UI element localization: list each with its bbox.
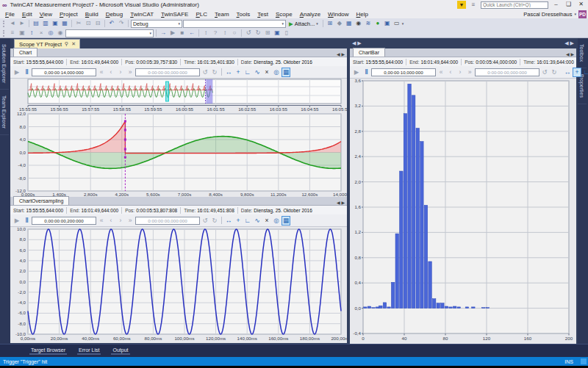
platform-combo[interactable]: ▾ [183, 20, 286, 28]
menu-item-test[interactable]: Test [254, 11, 272, 18]
avatar[interactable]: PD [578, 10, 587, 18]
menu-item-help[interactable]: Help [353, 11, 372, 18]
undo-zoom-icon[interactable]: ↺ [244, 29, 253, 37]
solution-explorer-icon[interactable]: ⊞ [326, 19, 334, 28]
bar-plot[interactable]: 3,63,22,82,42,01,61,20,80,40,0-0,4040801… [350, 79, 573, 342]
step-back-button[interactable]: ‹ [446, 68, 455, 77]
scope-list-icon[interactable]: ≡ [8, 29, 17, 37]
play-button[interactable]: ▶ [12, 68, 21, 77]
go-first-button[interactable]: « [97, 216, 106, 226]
pan-button[interactable]: ↔ [224, 68, 233, 77]
step-back-button[interactable]: ‹ [107, 216, 115, 226]
attach-button[interactable]: ▶Attach...▾ [287, 21, 320, 27]
zoom-chart-button[interactable]: ◎ [272, 216, 281, 226]
undo-view-button[interactable]: ↺ [201, 216, 209, 226]
overview-toggle-button[interactable]: ▦ [282, 216, 290, 226]
bottom-tab-target-browser[interactable]: Target Browser [29, 347, 67, 355]
image-icon[interactable]: ▣ [273, 29, 282, 37]
wave-config-icon[interactable]: ≋ [364, 19, 373, 28]
minimize-button[interactable]: – [551, 1, 561, 9]
undo-view-button[interactable]: ↺ [201, 68, 209, 77]
axis-scale-button[interactable]: ∟ [243, 68, 252, 77]
view-width-input[interactable] [371, 68, 436, 76]
pan-button[interactable]: ↔ [224, 216, 233, 226]
user-menu-chevron-icon[interactable]: ▾ [574, 12, 576, 16]
record-icon[interactable]: ◉ [354, 19, 363, 28]
save-all-icon[interactable]: ▦ [60, 19, 69, 28]
menu-item-plc[interactable]: PLC [192, 11, 211, 18]
play-button[interactable]: ▶ [12, 216, 21, 226]
go-first-button[interactable]: « [97, 68, 106, 77]
notification-filter-icon[interactable]: ▼ [457, 1, 466, 9]
start-record-icon[interactable]: ▶ [168, 29, 177, 37]
pane-scroll-arrows-icon[interactable]: ◀ ▶ [337, 200, 347, 205]
menu-item-edit[interactable]: Edit [18, 11, 36, 18]
pause-button[interactable]: ‖ [22, 68, 31, 77]
redo-view-button[interactable]: ↻ [210, 216, 219, 226]
tab-chartoversampling[interactable]: ChartOversampling [13, 196, 69, 205]
save-icon[interactable]: ▣ [51, 19, 60, 28]
sidebar-tab-solution-explorer[interactable]: Solution Explorer [0, 38, 9, 90]
goto-end-icon[interactable]: → [159, 29, 168, 37]
user-name[interactable]: Pascal Dresselhaus [523, 11, 572, 18]
chevron-down-icon[interactable]: ▾ [402, 21, 404, 26]
restore-button[interactable]: ❏ [564, 1, 573, 9]
go-last-button[interactable]: » [465, 68, 474, 77]
menu-item-twinsafe[interactable]: TwinSAFE [157, 11, 192, 18]
view-width-input[interactable] [32, 217, 96, 225]
paste-icon[interactable]: ⊟ [93, 19, 102, 28]
wave-fit-button[interactable]: ∿ [253, 216, 262, 226]
menu-item-file[interactable]: File [1, 11, 18, 18]
menu-item-build[interactable]: Build [82, 11, 102, 18]
close-tab-icon[interactable]: ✕ [71, 41, 76, 47]
go-first-button[interactable]: « [437, 68, 445, 77]
pane-scroll-arrows-icon[interactable]: ◀ ▶ [566, 51, 576, 57]
axis-scale-button[interactable]: ∟ [582, 68, 588, 77]
feedback-icon[interactable]: ≡ [469, 1, 478, 9]
quick-launch-input[interactable] [481, 1, 548, 9]
view-offset-input[interactable] [475, 68, 539, 76]
new-project-icon[interactable]: ▤ [32, 19, 40, 28]
pane-scroll-arrows-icon[interactable]: ◀ ▶ [564, 40, 574, 46]
chart-overview-plot[interactable]: 15:55:5515:56:5515:57:5515:58:5515:59:55… [10, 79, 347, 112]
pin-icon[interactable]: ⚲ [65, 41, 68, 47]
go-last-button[interactable]: » [126, 68, 135, 77]
step-back-button[interactable]: ‹ [107, 68, 115, 77]
menu-item-analyze[interactable]: Analyze [296, 11, 324, 18]
back-icon[interactable]: ◄ [8, 19, 17, 28]
step-forward-button[interactable]: › [116, 216, 125, 226]
view-mode-icon[interactable]: ▭ [392, 19, 401, 28]
menu-item-project[interactable]: Project [56, 11, 82, 18]
tab-chartbar[interactable]: ChartBar [353, 48, 385, 57]
scope-record-icon[interactable]: ◉ [56, 29, 65, 37]
bottom-tab-output[interactable]: Output [111, 347, 129, 355]
view-offset-input[interactable] [135, 217, 200, 225]
scope-zoom-icon[interactable]: ◎ [46, 29, 55, 37]
menu-item-scope[interactable]: Scope [272, 11, 296, 18]
sidebar-tab-toolbox[interactable]: Toolbox [578, 38, 587, 68]
menu-item-team[interactable]: Team [211, 11, 233, 18]
pause-button[interactable]: ‖ [22, 216, 31, 226]
undo-icon[interactable]: ↶ [107, 19, 116, 28]
view-offset-input[interactable] [135, 68, 200, 76]
tab-chart[interactable]: Chart [13, 48, 37, 57]
properties-icon[interactable]: ◆ [335, 19, 344, 28]
oversampling-plot[interactable]: 10,08,06,04,02,00,0-2,0-4,0-6,0-8,0-10,0… [10, 227, 347, 343]
pause-button[interactable]: ‖ [362, 68, 370, 77]
layout-icon[interactable]: ▣ [383, 19, 392, 28]
copy-icon[interactable]: ⊡ [84, 19, 93, 28]
debug-configuration-combo[interactable]: Debug▾ [131, 20, 182, 28]
menu-item-tools[interactable]: Tools [233, 11, 254, 18]
toolbox-icon[interactable]: ▦ [345, 19, 354, 28]
scope-window-icon[interactable]: ▣ [18, 29, 26, 37]
close-button[interactable]: ✕ [576, 1, 586, 9]
step-forward-button[interactable]: › [116, 68, 125, 77]
axis-scale-button[interactable]: ∟ [243, 216, 252, 226]
forward-icon[interactable]: ► [18, 19, 26, 28]
cursor-button[interactable]: + [573, 68, 581, 77]
stop-record-icon[interactable]: ■ [178, 29, 187, 37]
bottom-tab-error-list[interactable]: Error List [77, 347, 101, 355]
zoom-chart-button[interactable]: ◎ [272, 68, 281, 77]
sidebar-tab-team-explorer[interactable]: Team Explorer [0, 90, 9, 135]
play-button[interactable]: ▶ [352, 68, 361, 77]
